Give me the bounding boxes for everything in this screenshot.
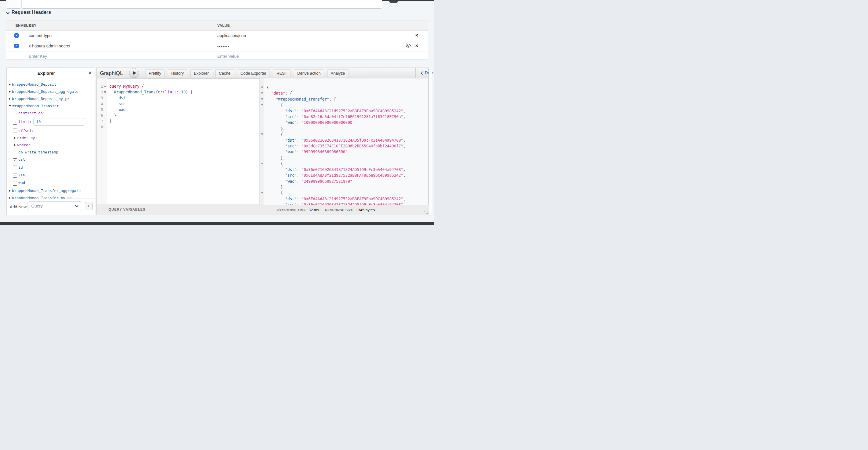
code-token-pl	[267, 126, 280, 131]
column-header-key: KEY	[29, 24, 36, 28]
code-token-pun: :	[297, 115, 301, 119]
code-token-pl	[179, 90, 181, 94]
add-operation-button[interactable]: +	[85, 202, 93, 210]
code-token-pl	[110, 96, 119, 100]
header-value-field[interactable]: •••••••	[217, 45, 229, 49]
new-key-input[interactable]: Enter Key	[29, 54, 47, 59]
prettify-button[interactable]: Prettify	[145, 69, 165, 77]
fold-arrow-icon[interactable]	[261, 163, 263, 165]
explorer-button[interactable]: Explorer	[190, 69, 212, 77]
fold-arrow-icon[interactable]	[261, 98, 263, 100]
collapse-arrow-icon[interactable]	[9, 105, 11, 107]
query-variables-bar[interactable]: QUERY VARIABLES	[97, 204, 259, 215]
remove-header-icon[interactable]: ✕	[415, 33, 418, 38]
unchecked-checkbox[interactable]	[13, 150, 17, 154]
enable-checkbox[interactable]: ✓	[14, 44, 19, 48]
eye-icon[interactable]	[406, 44, 411, 49]
unchecked-checkbox[interactable]	[13, 165, 17, 169]
tree-item-WrappedMonad_Deposit_by_pk[interactable]: WrappedMonad_Deposit_by_pk	[7, 95, 95, 102]
fold-arrow-icon[interactable]	[261, 104, 263, 106]
request-headers-title[interactable]: Request Headers	[11, 9, 51, 15]
operation-type-select[interactable]: Query	[28, 201, 82, 211]
chevron-down-icon[interactable]	[6, 10, 10, 16]
code-token-pun: {	[280, 191, 283, 195]
tree-item-id[interactable]: id	[7, 164, 95, 171]
tree-item-limit[interactable]: ✓limit:10	[7, 117, 95, 127]
fold-arrow-icon[interactable]	[104, 91, 106, 93]
tree-item-db_write_timestamp[interactable]: db_write_timestamp	[7, 148, 95, 156]
header-value-field[interactable]: application/json	[217, 33, 246, 38]
code-token-pun: ) {	[186, 90, 193, 94]
code-token-pun: ,	[403, 115, 406, 119]
tree-item-offset[interactable]: offset:	[7, 127, 95, 134]
code-token-prop: dst	[119, 96, 125, 100]
rest-button[interactable]: REST	[273, 69, 290, 77]
fold-arrow-icon[interactable]	[261, 92, 263, 94]
tree-item-WrappedMonad_Deposit_aggregate[interactable]: WrappedMonad_Deposit_aggregate	[7, 88, 95, 95]
code-token-def: "data"	[271, 91, 285, 95]
tree-label: distinct_on:	[19, 111, 45, 115]
hasura-api-explorer-page: Request Headers ENABLE KEY VALUE ✓conten…	[0, 0, 434, 225]
code-token-prop: "dst"	[285, 138, 297, 143]
execute-query-button[interactable]	[129, 68, 139, 78]
unchecked-checkbox[interactable]	[13, 111, 17, 115]
expand-arrow-icon[interactable]	[9, 83, 11, 86]
tree-item-WrappedMonad_Transfer[interactable]: WrappedMonad_Transfer	[7, 102, 95, 110]
query-editor[interactable]: query MyQuery { WrappedMonad_Transfer(li…	[110, 79, 259, 210]
tree-item-wad[interactable]: ✓wad	[7, 179, 95, 187]
tree-item-order_by[interactable]: order_by:	[7, 134, 95, 141]
expand-arrow-icon[interactable]	[9, 90, 11, 93]
history-button[interactable]: History	[168, 69, 187, 77]
checked-checkbox[interactable]: ✓	[13, 121, 17, 125]
close-icon[interactable]: ✕	[88, 70, 92, 76]
fold-arrow-icon[interactable]	[104, 86, 106, 88]
checked-checkbox[interactable]: ✓	[13, 174, 17, 177]
tree-item-dst[interactable]: ✓dst	[7, 156, 95, 164]
fold-arrow-icon[interactable]	[261, 86, 263, 88]
code-token-pl	[267, 168, 285, 172]
cache-button[interactable]: Cache	[215, 69, 234, 77]
code-token-pl	[267, 156, 280, 160]
endpoint-input[interactable]	[21, 0, 382, 9]
code-token-pl	[267, 150, 285, 154]
code-token-pun: },	[280, 156, 285, 160]
response-scrollbar-track[interactable]	[429, 67, 432, 215]
expand-arrow-icon[interactable]	[14, 144, 16, 146]
column-header-value: VALUE	[217, 24, 229, 28]
tree-item-src[interactable]: ✓src	[7, 171, 95, 179]
expand-arrow-icon[interactable]	[14, 137, 16, 139]
tree-label: WrappedMonad_Transfer_aggregate	[12, 189, 81, 193]
expand-arrow-icon[interactable]	[9, 190, 11, 192]
code-token-str: "999999346369986590"	[301, 150, 348, 154]
endpoint-method-box[interactable]	[6, 0, 22, 9]
checked-checkbox[interactable]: ✓	[13, 158, 17, 162]
fold-arrow-icon[interactable]	[261, 133, 263, 135]
tree-item-where[interactable]: where:	[7, 141, 95, 148]
checked-checkbox[interactable]: ✓	[13, 181, 17, 186]
tree-item-distinct_on[interactable]: distinct_on:	[7, 110, 95, 117]
docs-link[interactable]: ❮Docs	[421, 71, 434, 75]
tree-item-WrappedMonad_Deposit[interactable]: WrappedMonad_Deposit	[7, 81, 95, 88]
code-token-pun: },	[280, 126, 285, 131]
limit-value-input[interactable]: 10	[33, 118, 85, 125]
editor-line-gutter: 12345678	[97, 79, 107, 205]
code-exporter-button[interactable]: Code Exporter	[237, 69, 270, 77]
remove-header-icon[interactable]: ✕	[415, 44, 418, 48]
code-token-prop: "wad"	[285, 120, 297, 125]
response-panel: { "data": { "WrappedMonad_Transfer": [ {…	[265, 79, 428, 205]
header-key-field[interactable]: x-hasura-admin-secret	[29, 44, 70, 48]
unchecked-checkbox[interactable]	[13, 129, 17, 133]
resize-grip[interactable]	[425, 210, 428, 214]
tree-item-WrappedMonad_Transfer_aggregate[interactable]: WrappedMonad_Transfer_aggregate	[7, 187, 95, 194]
enable-checkbox[interactable]: ✓	[14, 33, 19, 38]
tree-label: wad	[19, 180, 25, 185]
code-token-pl	[110, 108, 119, 112]
analyze-button[interactable]: Analyze	[327, 69, 348, 77]
tree-label: WrappedMonad_Deposit_aggregate	[12, 89, 79, 94]
fold-arrow-icon[interactable]	[261, 192, 263, 194]
code-token-prop: "dst"	[285, 168, 297, 172]
new-value-input[interactable]: Enter Value	[217, 54, 239, 59]
derive-action-button[interactable]: Derive action	[293, 69, 324, 77]
header-key-field[interactable]: content-type	[29, 33, 52, 38]
expand-arrow-icon[interactable]	[9, 98, 11, 100]
